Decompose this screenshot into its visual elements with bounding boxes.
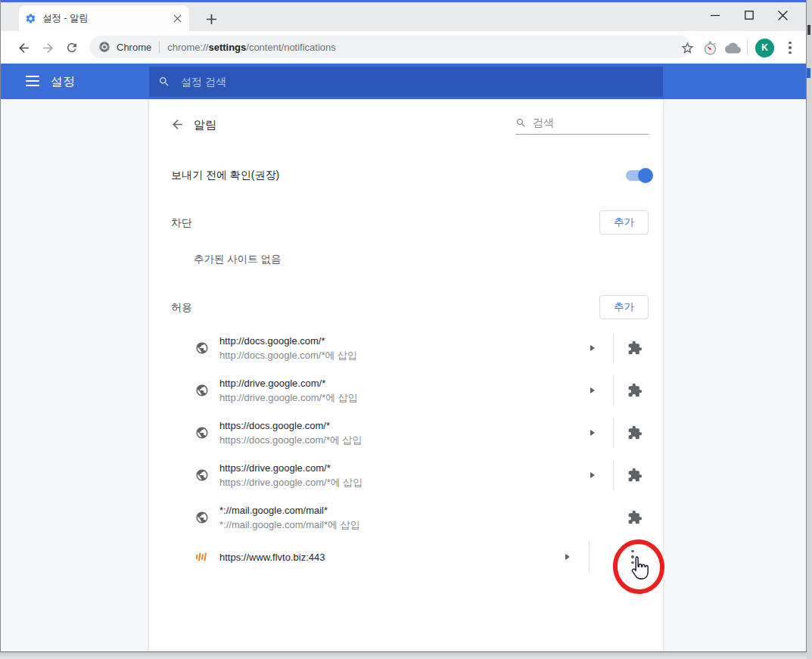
occluded-text-fragment xyxy=(807,25,810,35)
chrome-logo-icon xyxy=(98,41,110,53)
settings-header: 설정 xyxy=(1,64,806,99)
extension-puzzle-icon xyxy=(626,339,644,357)
chevron-right-icon xyxy=(590,345,595,351)
globe-icon xyxy=(195,426,209,440)
confirm-toggle-label: 보내기 전에 확인(권장) xyxy=(171,169,279,182)
site-url: http://docs.google.com/* xyxy=(219,334,357,348)
flvto-favicon-icon xyxy=(195,550,209,564)
minimize-icon[interactable] xyxy=(698,4,732,26)
page-search-input[interactable] xyxy=(531,116,640,129)
chevron-right-icon xyxy=(590,387,595,393)
globe-icon xyxy=(195,468,209,482)
chevron-right-icon xyxy=(565,554,570,560)
site-subtitle: http://drive.google.com/*에 삽입 xyxy=(219,390,358,405)
site-row[interactable]: https://www.flvto.biz:443 xyxy=(149,539,663,575)
cloud-extension-icon[interactable] xyxy=(721,36,744,59)
toolbar-separator xyxy=(747,40,748,55)
profile-avatar[interactable]: K xyxy=(755,39,774,58)
hamburger-menu-icon[interactable] xyxy=(26,76,39,86)
site-url: https://www.flvto.biz:443 xyxy=(219,550,325,564)
browser-toolbar: Chrome chrome://settings/content/notific… xyxy=(1,31,806,64)
site-row[interactable]: https://docs.google.com/*https://docs.go… xyxy=(149,412,663,454)
row-separator xyxy=(589,542,590,572)
confirm-before-send-toggle[interactable] xyxy=(626,170,650,181)
page-search-icon xyxy=(515,117,527,129)
back-arrow-icon[interactable] xyxy=(169,116,185,132)
block-section-label: 차단 xyxy=(171,216,192,230)
row-separator xyxy=(613,460,614,490)
allow-add-button[interactable]: 추가 xyxy=(599,295,649,319)
chevron-right-icon xyxy=(590,430,595,436)
back-icon[interactable] xyxy=(12,36,35,59)
page-url: chrome://settings/content/notifications xyxy=(167,42,336,53)
site-subtitle: https://drive.google.com/*에 삽입 xyxy=(219,475,362,490)
maximize-icon[interactable] xyxy=(732,4,766,26)
settings-search-field[interactable] xyxy=(149,67,663,97)
settings-title: 설정 xyxy=(51,74,75,90)
globe-icon xyxy=(195,341,209,355)
extension-puzzle-icon xyxy=(626,424,644,442)
occluded-link-fragment xyxy=(807,68,810,78)
site-menu-icon[interactable] xyxy=(624,548,642,566)
globe-icon xyxy=(195,511,209,524)
browser-menu-icon[interactable] xyxy=(779,36,801,59)
extension-puzzle-icon xyxy=(626,381,644,399)
tab-title: 설정 - 알림 xyxy=(42,12,171,25)
chevron-right-icon xyxy=(590,472,595,478)
omnibox-separator xyxy=(159,41,160,53)
chrome-window: 설정 - 알림 xyxy=(0,0,807,652)
reload-icon[interactable] xyxy=(61,36,83,59)
new-tab-icon[interactable] xyxy=(202,11,220,26)
site-row[interactable]: *://mail.google.com/mail**://mail.google… xyxy=(149,496,663,539)
screenshot: 설정 - 알림 xyxy=(0,0,812,659)
site-subtitle: *://mail.google.com/mail*에 삽입 xyxy=(219,518,360,532)
page-search-field[interactable] xyxy=(515,116,649,135)
site-url: *://mail.google.com/mail* xyxy=(219,503,360,518)
tab-strip: 설정 - 알림 xyxy=(1,2,806,31)
stopwatch-extension-icon[interactable] xyxy=(698,36,721,59)
settings-search-input[interactable] xyxy=(179,75,485,89)
site-row[interactable]: http://docs.google.com/*http://docs.goog… xyxy=(149,327,663,369)
site-url: https://drive.google.com/* xyxy=(219,461,362,475)
extension-puzzle-icon xyxy=(626,466,644,484)
internal-page-label: Chrome xyxy=(117,42,151,53)
close-icon[interactable] xyxy=(766,4,800,26)
site-row[interactable]: https://drive.google.com/*https://drive.… xyxy=(149,454,663,496)
row-separator xyxy=(613,333,614,363)
block-empty-text: 추가된 사이트 없음 xyxy=(194,253,282,266)
block-add-button[interactable]: 추가 xyxy=(599,210,649,235)
page-title: 알림 xyxy=(194,118,216,132)
site-url: http://drive.google.com/* xyxy=(219,376,358,390)
row-separator xyxy=(613,418,614,448)
address-bar[interactable]: Chrome chrome://settings/content/notific… xyxy=(89,36,691,58)
site-url: https://docs.google.com/* xyxy=(219,418,362,433)
toggle-knob xyxy=(638,168,653,183)
forward-icon[interactable] xyxy=(36,36,59,59)
allow-section-label: 허용 xyxy=(171,301,192,315)
search-icon xyxy=(158,76,170,88)
row-separator xyxy=(613,375,614,406)
notifications-card: 알림 보내기 전에 확인(권장) 차단 추가 추가된 사이트 없음 허용 추가 … xyxy=(149,99,663,651)
globe-icon xyxy=(195,384,209,397)
bookmark-star-icon[interactable] xyxy=(676,36,698,59)
gear-favicon-icon xyxy=(25,13,36,24)
settings-page: 알림 보내기 전에 확인(권장) 차단 추가 추가된 사이트 없음 허용 추가 … xyxy=(1,99,806,651)
site-row[interactable]: http://drive.google.com/*http://drive.go… xyxy=(149,369,663,412)
extension-puzzle-icon xyxy=(626,508,644,527)
window-drop-shadow xyxy=(0,652,807,659)
allowed-sites-list: http://docs.google.com/*http://docs.goog… xyxy=(149,327,663,575)
site-subtitle: http://docs.google.com/*에 삽입 xyxy=(219,348,357,362)
tab-close-icon[interactable] xyxy=(171,12,183,24)
site-subtitle: https://docs.google.com/*에 삽입 xyxy=(219,433,362,447)
browser-tab[interactable]: 설정 - 알림 xyxy=(19,5,189,31)
